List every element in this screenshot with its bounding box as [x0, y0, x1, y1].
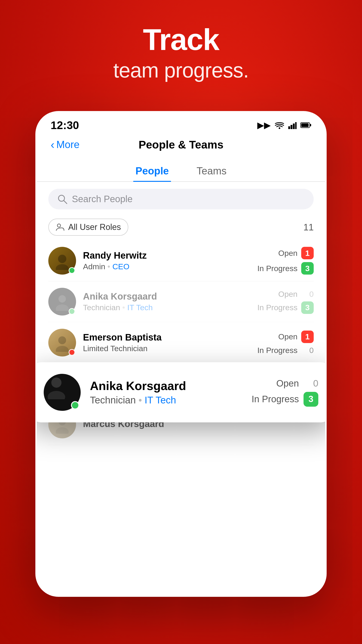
svg-rect-7 — [301, 123, 309, 127]
svg-point-22 — [48, 391, 65, 399]
signal-icon — [288, 121, 297, 129]
list-item[interactable]: Emerson Baptista Limited Technician Open… — [48, 322, 314, 363]
popup-in-progress-stat: In Progress 3 — [252, 392, 318, 407]
avatar — [48, 247, 76, 274]
status-dot-green — [69, 308, 75, 314]
open-badge: 1 — [301, 330, 314, 343]
tabs-bar: People Teams — [37, 156, 325, 182]
status-dot-green — [69, 267, 75, 274]
status-time: 12:30 — [51, 119, 79, 132]
in-progress-stat: In Progress 0 — [257, 346, 314, 355]
svg-rect-6 — [310, 124, 311, 126]
svg-point-10 — [57, 224, 60, 227]
person-role: Technician • IT Tech — [83, 303, 250, 312]
open-stat: Open 1 — [278, 330, 314, 343]
popup-name: Anika Korsgaard — [90, 379, 242, 393]
svg-point-13 — [58, 295, 66, 302]
open-badge: 1 — [301, 247, 314, 259]
filter-bar: All User Roles 11 — [37, 216, 325, 240]
popup-status-dot — [71, 401, 79, 410]
svg-point-11 — [58, 255, 66, 263]
person-stats: Open 1 In Progress 0 — [257, 330, 314, 355]
svg-rect-3 — [293, 124, 295, 129]
person-role: Admin • CEO — [83, 262, 250, 271]
in-progress-stat: In Progress 3 — [257, 302, 314, 314]
battery-icon — [300, 122, 311, 128]
person-info: Anika Korsgaard Technician • IT Tech — [83, 291, 250, 312]
person-info: Randy Herwitz Admin • CEO — [83, 250, 250, 271]
filter-label: All User Roles — [68, 222, 121, 232]
svg-point-16 — [56, 346, 69, 352]
tab-teams[interactable]: Teams — [194, 160, 229, 181]
phone-frame: 12:30 ▶▶ ‹ More People & — [35, 111, 327, 597]
person-stats: Open 0 In Progress 3 — [257, 290, 314, 314]
back-label: More — [56, 139, 79, 150]
popup-avatar-wrap — [44, 374, 81, 411]
avatar — [48, 329, 76, 356]
search-icon — [57, 194, 67, 204]
chevron-left-icon: ‹ — [51, 138, 54, 151]
svg-rect-4 — [295, 122, 297, 129]
search-bar[interactable]: Search People — [48, 189, 314, 209]
popup-in-progress-badge: 3 — [304, 392, 318, 407]
svg-rect-2 — [291, 125, 292, 129]
filter-count: 11 — [304, 222, 314, 232]
avatar — [48, 288, 76, 316]
svg-rect-1 — [288, 126, 290, 129]
wifi-icon: ▶▶ — [257, 120, 271, 130]
person-name: Emerson Baptista — [83, 332, 250, 342]
nav-title: People & Teams — [138, 138, 223, 151]
list-item[interactable]: Anika Korsgaard Technician • IT Tech Ope… — [48, 281, 314, 322]
in-progress-badge: 3 — [301, 262, 314, 274]
svg-point-15 — [58, 336, 66, 344]
wifi-icon — [274, 121, 285, 129]
svg-point-0 — [279, 128, 280, 129]
person-role: Limited Technician — [83, 344, 250, 353]
tab-people[interactable]: People — [133, 160, 171, 181]
nav-bar: ‹ More People & Teams — [37, 133, 325, 156]
search-input[interactable]: Search People — [72, 194, 132, 204]
person-name: Randy Herwitz — [83, 250, 250, 261]
open-stat: Open 0 — [278, 290, 314, 299]
header-section: Track team progress. — [0, 23, 362, 82]
popup-role: Technician • IT Tech — [90, 395, 242, 406]
svg-point-14 — [56, 304, 69, 311]
svg-point-12 — [56, 264, 69, 270]
svg-point-20 — [56, 427, 69, 434]
status-icons: ▶▶ — [257, 120, 311, 130]
svg-point-21 — [51, 378, 61, 388]
in-progress-stat: In Progress 3 — [257, 262, 314, 274]
popup-open-stat: Open 0 — [276, 378, 318, 388]
popup-stats: Open 0 In Progress 3 — [252, 378, 318, 407]
page-title: Track — [0, 23, 362, 56]
person-info: Emerson Baptista Limited Technician — [83, 332, 250, 353]
status-bar: 12:30 ▶▶ — [37, 112, 325, 133]
user-roles-icon — [56, 223, 64, 232]
svg-line-9 — [64, 200, 67, 204]
filter-pill[interactable]: All User Roles — [48, 218, 128, 236]
in-progress-badge: 3 — [301, 302, 314, 314]
popup-info: Anika Korsgaard Technician • IT Tech — [90, 379, 242, 406]
status-dot-red — [69, 349, 75, 356]
page-subtitle: team progress. — [0, 58, 362, 82]
back-button[interactable]: ‹ More — [51, 138, 79, 151]
person-stats: Open 1 In Progress 3 — [257, 247, 314, 274]
list-item[interactable]: Randy Herwitz Admin • CEO Open 1 In Prog… — [48, 240, 314, 281]
open-stat: Open 1 — [278, 247, 314, 259]
popup-card: Anika Korsgaard Technician • IT Tech Ope… — [35, 362, 327, 422]
person-name: Anika Korsgaard — [83, 291, 250, 302]
